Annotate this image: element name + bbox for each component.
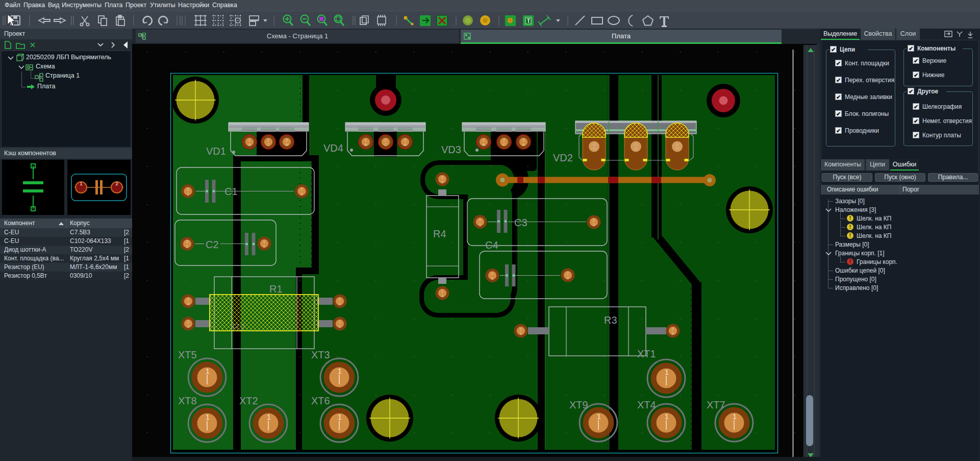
svg-text:1: 1 <box>263 239 265 244</box>
svg-text:1: 1 <box>597 412 601 421</box>
svg-text:2: 2 <box>187 320 189 324</box>
svg-text:2: 2 <box>672 327 674 331</box>
svg-text:1: 1 <box>339 297 341 302</box>
svg-text:2: 2 <box>593 218 595 223</box>
svg-text:A: A <box>285 142 288 147</box>
svg-text:1: 1 <box>365 138 367 142</box>
svg-text:XT4: XT4 <box>637 399 656 410</box>
svg-text:C: C <box>267 142 270 147</box>
svg-text:R3: R3 <box>604 314 617 326</box>
svg-text:2: 2 <box>503 138 505 142</box>
svg-text:2: 2 <box>672 331 674 336</box>
svg-text:1: 1 <box>665 368 669 376</box>
svg-text:XT7: XT7 <box>707 399 725 410</box>
svg-text:1 A: 1 A <box>592 143 597 150</box>
svg-text:1: 1 <box>520 331 522 336</box>
svg-text:2: 2 <box>187 302 189 306</box>
svg-text:R4: R4 <box>433 228 446 239</box>
svg-text:1: 1 <box>80 181 82 186</box>
svg-text:2: 2 <box>567 271 569 276</box>
svg-text:XT8: XT8 <box>178 395 197 406</box>
svg-text:C4: C4 <box>485 239 498 251</box>
svg-text:1: 1 <box>339 320 341 324</box>
svg-text:2: 2 <box>593 223 595 227</box>
svg-text:1: 1 <box>483 138 485 142</box>
svg-text:1: 1 <box>267 413 271 421</box>
svg-text:1: 1 <box>479 223 481 227</box>
svg-text:A: A <box>364 142 367 147</box>
svg-text:1: 1 <box>338 413 342 421</box>
svg-text:2: 2 <box>267 138 269 142</box>
svg-text:1: 1 <box>441 289 443 294</box>
svg-text:VD1: VD1 <box>206 145 226 157</box>
svg-text:2: 2 <box>385 138 387 142</box>
svg-text:R1: R1 <box>269 283 283 295</box>
svg-text:1: 1 <box>206 413 210 421</box>
svg-text:A: A <box>482 142 485 147</box>
svg-text:1: 1 <box>491 271 493 276</box>
svg-text:3: 3 <box>404 138 406 142</box>
svg-text:1: 1 <box>479 217 481 222</box>
svg-text:1: 1 <box>665 412 669 421</box>
svg-text:1: 1 <box>338 367 342 375</box>
svg-text:XT6: XT6 <box>311 395 330 406</box>
svg-text:C: C <box>502 142 506 147</box>
svg-text:2: 2 <box>187 297 189 302</box>
svg-text:1: 1 <box>520 327 522 331</box>
svg-text:1: 1 <box>339 302 341 306</box>
svg-text:A: A <box>248 142 251 147</box>
svg-text:C: C <box>384 142 387 147</box>
svg-text:C3: C3 <box>514 217 527 228</box>
svg-text:2 C: 2 C <box>634 143 639 151</box>
svg-text:3: 3 <box>522 138 524 142</box>
svg-text:1: 1 <box>339 324 341 329</box>
svg-text:1: 1 <box>187 192 189 197</box>
svg-text:VD2: VD2 <box>553 152 573 163</box>
svg-text:2: 2 <box>300 187 303 191</box>
svg-text:1: 1 <box>491 276 493 281</box>
svg-text:XT2: XT2 <box>239 395 258 406</box>
svg-text:C2: C2 <box>206 239 219 250</box>
svg-text:A: A <box>522 142 525 147</box>
svg-text:2: 2 <box>441 175 443 180</box>
svg-text:XT5: XT5 <box>178 349 197 360</box>
svg-text:1: 1 <box>248 138 250 142</box>
svg-text:2: 2 <box>441 180 443 184</box>
svg-text:3: 3 <box>286 138 288 142</box>
svg-text:VD4: VD4 <box>323 142 343 154</box>
svg-text:1: 1 <box>263 244 265 249</box>
svg-text:C1: C1 <box>224 186 238 197</box>
svg-text:1: 1 <box>187 187 189 191</box>
svg-text:XT1: XT1 <box>637 348 656 359</box>
svg-text:1: 1 <box>733 412 737 421</box>
svg-text:2: 2 <box>567 276 569 280</box>
svg-text:2: 2 <box>115 181 118 186</box>
svg-text:XT9: XT9 <box>569 399 588 410</box>
svg-text:2: 2 <box>300 192 303 197</box>
svg-text:VD3: VD3 <box>441 144 461 155</box>
svg-text:XT3: XT3 <box>311 349 330 360</box>
svg-text:1: 1 <box>206 367 210 375</box>
svg-text:2: 2 <box>186 239 188 244</box>
svg-text:2: 2 <box>187 324 189 329</box>
svg-text:3 A: 3 A <box>675 143 680 150</box>
svg-text:2: 2 <box>186 245 188 249</box>
svg-text:1: 1 <box>441 294 443 298</box>
svg-text:A: A <box>404 142 407 147</box>
